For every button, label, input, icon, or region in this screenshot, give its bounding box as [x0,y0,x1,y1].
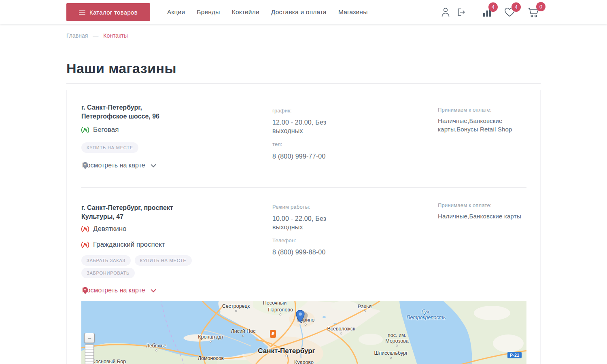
metro-station-name: Беговая [93,126,119,134]
store-map-pin[interactable] [295,310,310,326]
store-tag: КУПИТЬ НА МЕСТЕ [135,255,192,266]
store-address: г. Санкт-Петербург, Петергофское шоссе, … [81,103,183,121]
breadcrumb-current: Контакты [103,32,127,39]
nav-delivery[interactable]: Доставка и оплата [271,8,327,16]
show-on-map-toggle[interactable]: Посмотреть на карте [82,162,156,169]
road-number-badge: Р-21 [507,352,522,358]
metro-station: Девяткино [81,225,127,233]
map-pin-icon [82,287,88,294]
nav-stores[interactable]: Магазины [338,8,368,16]
phone-value[interactable]: 8 (800) 999-88-00 [272,248,326,256]
header-icons: 4 4 0 [441,0,540,24]
transit-badge: ₽ [270,330,276,338]
metro-station-name: Девяткино [93,225,127,233]
catalog-button[interactable]: Каталог товаров [66,3,150,21]
show-on-map-label: Посмотреть на карте [82,287,145,294]
breadcrumb: Главная — Контакты [66,32,128,39]
header: Каталог товаров Акции Бренды Коктейли До… [0,0,607,24]
payment-label: Принимаем к оплате: [438,107,492,113]
metro-station: Гражданский проспект [81,241,165,249]
map-zoom-control: − [84,333,95,364]
payment-value: Наличные,Банковские карты,Бонусы Retail … [438,116,524,133]
metro-station: Беговая [81,126,119,134]
map-canvas[interactable]: Сестрорецк Песочный Парголово Мурино Лис… [81,301,526,364]
store-tags: КУПИТЬ НА МЕСТЕ [81,142,138,153]
user-icon[interactable] [441,7,450,17]
phone-label: тел: [272,141,282,147]
logout-icon[interactable] [456,7,466,17]
metro-station-name: Гражданский проспект [93,241,165,249]
nav-cocktails[interactable]: Коктейли [232,8,259,16]
schedule-value: 12.00 - 20.00, Без выходных [272,118,333,135]
schedule-label: Режим работы: [272,204,310,210]
nav-brands[interactable]: Бренды [197,8,220,16]
store-tag: ЗАБРОНИРОВАТЬ [81,268,135,278]
zoom-out-button[interactable]: − [84,333,95,343]
chevron-down-icon [151,164,156,167]
store-tag: ЗАБРАТЬ ЗАКАЗ [81,255,131,266]
page-title: Наши магазины [66,61,176,76]
map-pin-icon [82,162,88,169]
store-tag: КУПИТЬ НА МЕСТЕ [81,142,138,153]
store-tags: ЗАБРАТЬ ЗАКАЗ КУПИТЬ НА МЕСТЕ [81,255,192,266]
store-address: г. Санкт-Петербург, проспект Культуры, 4… [81,203,180,221]
zoom-slider[interactable] [85,344,94,364]
page: Каталог товаров Акции Бренды Коктейли До… [0,0,607,364]
schedule-label: график: [272,108,292,114]
show-on-map-label: Посмотреть на карте [82,162,145,169]
phone-label: Телефон: [272,237,296,243]
main-nav: Акции Бренды Коктейли Доставка и оплата … [167,0,367,24]
cart-icon[interactable]: 0 [527,7,540,18]
payment-value: Наличные,Банковские карты [438,212,531,220]
phone-value[interactable]: 8 (800) 999-77-00 [272,152,326,161]
store-tags: ЗАБРОНИРОВАТЬ [81,268,135,278]
show-on-map-toggle[interactable]: Посмотреть на карте [82,287,156,294]
compare-icon[interactable]: 4 [483,7,492,17]
breadcrumb-separator: — [93,32,98,39]
breadcrumb-home[interactable]: Главная [66,32,88,39]
store-divider [81,187,526,188]
schedule-value: 10.00 - 22.00, Без выходных [272,214,333,231]
metro-icon [81,241,89,248]
metro-icon [81,226,89,233]
compare-count-badge: 4 [488,2,498,12]
cart-count-badge: 0 [536,2,545,11]
chevron-down-icon [151,289,156,292]
payment-label: Принимаем к оплате: [438,202,492,208]
hamburger-icon [79,10,85,15]
metro-icon [81,127,89,133]
catalog-button-label: Каталог товаров [89,9,138,16]
wishlist-heart-icon[interactable]: 4 [504,7,515,17]
wishlist-count-badge: 4 [511,2,521,12]
stores-panel: г. Санкт-Петербург, Петергофское шоссе, … [66,90,541,364]
title-divider [66,83,541,84]
nav-promotions[interactable]: Акции [167,8,185,16]
